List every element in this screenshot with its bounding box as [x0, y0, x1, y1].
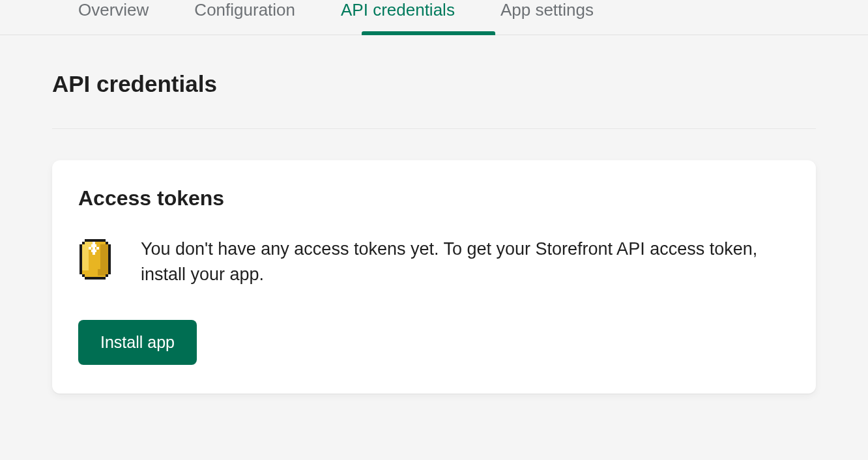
svg-rect-15 — [89, 247, 91, 250]
install-app-button[interactable]: Install app — [78, 320, 197, 365]
card-title: Access tokens — [78, 186, 790, 210]
svg-rect-0 — [85, 239, 106, 242]
access-tokens-card: Access tokens — [52, 160, 816, 394]
svg-rect-11 — [98, 269, 106, 276]
tab-configuration[interactable]: Configuration — [194, 0, 295, 20]
tab-api-credentials[interactable]: API credentials — [341, 0, 455, 20]
tab-app-settings[interactable]: App settings — [500, 0, 594, 20]
svg-rect-18 — [93, 242, 95, 255]
svg-rect-7 — [85, 277, 106, 280]
tab-bar: Overview Configuration API credentials A… — [0, 0, 868, 35]
svg-rect-16 — [96, 247, 99, 250]
svg-rect-6 — [106, 274, 108, 277]
tab-overview[interactable]: Overview — [78, 0, 149, 20]
svg-rect-5 — [82, 274, 85, 277]
svg-rect-2 — [106, 242, 108, 244]
svg-rect-3 — [80, 244, 82, 274]
svg-rect-1 — [82, 242, 85, 244]
empty-state-message: You don't have any access tokens yet. To… — [141, 237, 790, 287]
svg-rect-4 — [108, 244, 111, 274]
active-tab-indicator — [362, 31, 495, 35]
coin-icon — [78, 239, 112, 282]
page-title: API credentials — [52, 71, 816, 97]
